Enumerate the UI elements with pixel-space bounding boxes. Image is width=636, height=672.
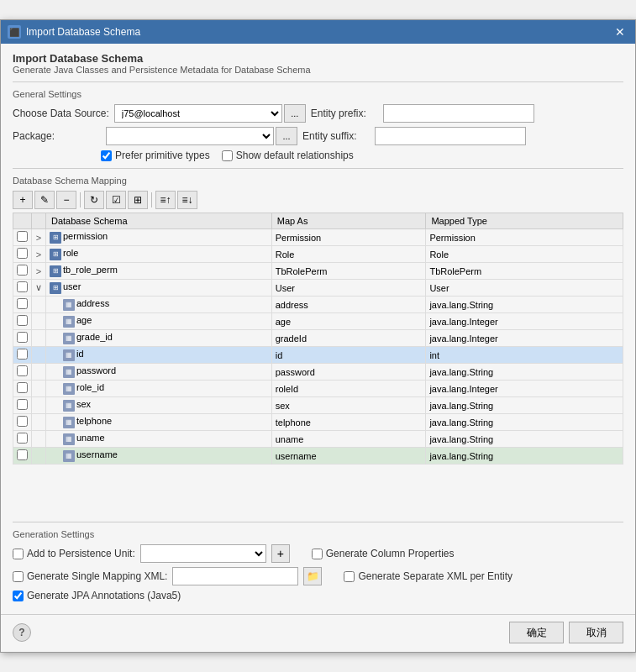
row-map-as-cell: TbRolePerm <box>271 263 426 280</box>
row-checkbox-cell[interactable] <box>13 246 32 263</box>
row-checkbox-cell[interactable] <box>13 397 32 414</box>
table-row[interactable]: ▦addressaddressjava.lang.String <box>13 297 623 313</box>
table-row[interactable]: ∨⊞userUserUser <box>13 280 623 297</box>
generate-separate-label[interactable]: Generate Separate XML per Entity <box>344 570 512 582</box>
generate-jpa-label[interactable]: Generate JPA Annotations (Java5) <box>13 590 181 601</box>
row-map-as-cell: id <box>271 347 426 364</box>
add-schema-btn[interactable]: + <box>13 191 33 209</box>
entity-prefix-input[interactable] <box>383 104 534 123</box>
table-row[interactable]: ▦usernameusernamejava.lang.String <box>13 448 623 465</box>
row-checkbox[interactable] <box>17 416 28 427</box>
row-checkbox[interactable] <box>17 399 28 410</box>
show-default-checkbox[interactable] <box>222 150 233 161</box>
table-row[interactable]: ▦ageagejava.lang.Integer <box>13 313 623 330</box>
dialog-header: Import Database Schema Generate Java Cla… <box>13 52 623 75</box>
remove-schema-btn[interactable]: − <box>56 191 76 209</box>
row-checkbox[interactable] <box>17 433 28 444</box>
refresh-btn[interactable]: ↻ <box>84 191 104 209</box>
row-checkbox-cell[interactable] <box>13 263 32 280</box>
check-btn[interactable]: ☑ <box>106 191 126 209</box>
row-checkbox[interactable] <box>17 365 28 376</box>
row-checkbox[interactable] <box>17 265 28 276</box>
row-checkbox-cell[interactable] <box>13 414 32 431</box>
generate-column-label[interactable]: Generate Column Properties <box>312 548 455 559</box>
help-button[interactable]: ? <box>13 623 31 642</box>
table-row[interactable]: ▦telphonetelphonejava.lang.String <box>13 414 623 431</box>
row-checkbox-cell[interactable] <box>13 347 32 364</box>
dialog-footer: ? 确定 取消 <box>1 614 635 652</box>
table-row[interactable]: ▦passwordpasswordjava.lang.String <box>13 364 623 381</box>
row-expand-cell[interactable]: > <box>32 263 46 280</box>
table-row[interactable]: ▦sexsexjava.lang.String <box>13 397 623 414</box>
table-row[interactable]: ▦role_idroleIdjava.lang.Integer <box>13 381 623 397</box>
row-checkbox[interactable] <box>17 332 28 343</box>
row-checkbox-cell[interactable] <box>13 229 32 246</box>
row-checkbox-cell[interactable] <box>13 448 32 465</box>
row-expand-cell[interactable]: ∨ <box>32 280 46 297</box>
db-schema-section: Database Schema Mapping + ✎ − ↻ ☑ ⊞ ≡↑ ≡… <box>13 176 623 515</box>
close-button[interactable]: ✕ <box>612 24 628 39</box>
row-map-as-cell: User <box>271 280 426 297</box>
row-checkbox[interactable] <box>17 349 28 360</box>
table-btn[interactable]: ⊞ <box>128 191 148 209</box>
show-default-label[interactable]: Show default relationships <box>222 150 354 161</box>
single-xml-folder-btn[interactable]: 📁 <box>303 567 322 585</box>
data-source-browse-btn[interactable]: ... <box>284 104 306 123</box>
prefer-primitive-checkbox[interactable] <box>101 150 112 161</box>
row-checkbox[interactable] <box>17 281 28 292</box>
col-header-map-as: Map As <box>271 213 426 229</box>
generate-column-checkbox[interactable] <box>312 549 323 559</box>
row-checkbox[interactable] <box>17 231 28 242</box>
row-checkbox[interactable] <box>17 298 28 309</box>
cancel-button[interactable]: 取消 <box>569 622 623 643</box>
table-row[interactable]: ▦ididint <box>13 347 623 364</box>
row-name-cell: ⊞user <box>46 280 272 297</box>
prefer-primitive-label[interactable]: Prefer primitive types <box>101 150 210 161</box>
table-row[interactable]: >⊞roleRoleRole <box>13 246 623 263</box>
edit-schema-btn[interactable]: ✎ <box>34 191 55 209</box>
move-down-btn[interactable]: ≡↓ <box>177 191 197 209</box>
table-icon: ⊞ <box>50 249 61 260</box>
header-title: Import Database Schema <box>13 52 623 65</box>
package-browse-btn[interactable]: ... <box>276 127 297 145</box>
column-icon: ▦ <box>63 417 75 428</box>
add-persistence-checkbox[interactable] <box>13 549 24 559</box>
row-checkbox-cell[interactable] <box>13 280 32 297</box>
row-checkbox-cell[interactable] <box>13 297 32 313</box>
entity-suffix-input[interactable] <box>375 127 526 145</box>
row-mapped-type-cell: java.lang.String <box>426 414 623 431</box>
table-row[interactable]: >⊞tb_role_permTbRolePermTbRolePerm <box>13 263 623 280</box>
row-checkbox[interactable] <box>17 315 28 326</box>
row-checkbox-cell[interactable] <box>13 313 32 330</box>
data-source-select[interactable]: j75@localhost <box>114 104 282 123</box>
row-checkbox-cell[interactable] <box>13 381 32 397</box>
row-checkbox[interactable] <box>17 382 28 393</box>
row-checkbox[interactable] <box>17 449 28 460</box>
table-row[interactable]: ▦unameunamejava.lang.String <box>13 431 623 448</box>
generate-jpa-checkbox[interactable] <box>13 591 24 601</box>
generate-separate-checkbox[interactable] <box>344 571 355 582</box>
ok-button[interactable]: 确定 <box>509 622 564 643</box>
table-row[interactable]: >⊞permissionPermissionPermission <box>13 229 623 246</box>
move-up-btn[interactable]: ≡↑ <box>155 191 176 209</box>
generate-single-label[interactable]: Generate Single Mapping XML: <box>13 570 167 582</box>
persistence-plus-btn[interactable]: + <box>271 544 290 563</box>
generate-single-checkbox[interactable] <box>13 571 24 582</box>
row-checkbox-cell[interactable] <box>13 330 32 347</box>
generate-column-text: Generate Column Properties <box>326 548 455 559</box>
persistence-unit-select[interactable] <box>140 544 266 563</box>
add-persistence-text: Add to Persistence Unit: <box>27 548 135 559</box>
package-select[interactable] <box>106 127 274 145</box>
row-expand-cell[interactable]: > <box>32 246 46 263</box>
package-label: Package: <box>13 130 101 142</box>
row-checkbox-cell[interactable] <box>13 431 32 448</box>
row-checkbox-cell[interactable] <box>13 364 32 381</box>
single-xml-input[interactable] <box>172 567 298 585</box>
row-checkbox[interactable] <box>17 248 28 259</box>
checkboxes-row: Prefer primitive types Show default rela… <box>101 150 623 161</box>
row-map-as-cell: username <box>271 448 426 465</box>
row-name-cell: ▦role_id <box>46 381 272 397</box>
row-expand-cell[interactable]: > <box>32 229 46 246</box>
table-row[interactable]: ▦grade_idgradeIdjava.lang.Integer <box>13 330 623 347</box>
add-persistence-label[interactable]: Add to Persistence Unit: <box>13 548 135 559</box>
